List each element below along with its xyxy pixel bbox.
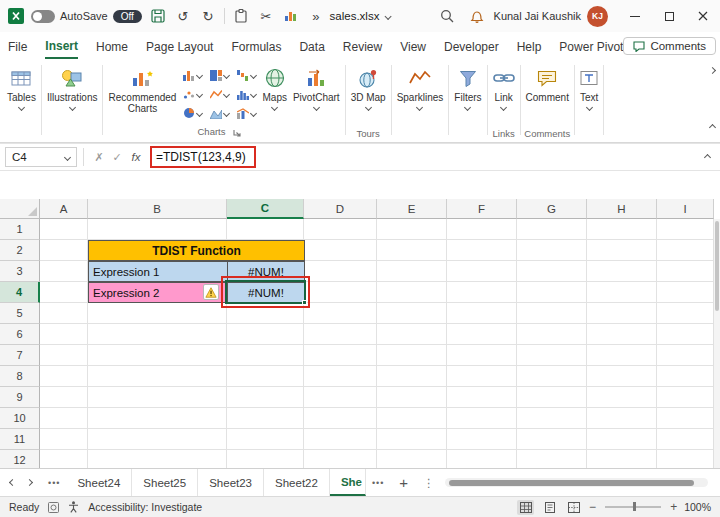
cell-A5[interactable] xyxy=(40,303,88,324)
workbook-title[interactable]: sales.xlsx xyxy=(330,10,391,22)
collapse-ribbon-icon[interactable] xyxy=(709,124,716,131)
enter-icon[interactable]: ✓ xyxy=(108,151,126,164)
cell-H3[interactable] xyxy=(587,261,657,282)
cell-F4[interactable] xyxy=(447,282,517,303)
search-icon[interactable] xyxy=(432,9,462,23)
cell-H12[interactable] xyxy=(587,450,657,468)
cell-G1[interactable] xyxy=(517,219,587,240)
cell-D1[interactable] xyxy=(304,219,377,240)
insert-function-icon[interactable]: fx xyxy=(126,151,146,163)
cell-G11[interactable] xyxy=(517,429,587,450)
cell-G9[interactable] xyxy=(517,387,587,408)
cell-C8[interactable] xyxy=(227,366,304,387)
cell-D5[interactable] xyxy=(304,303,377,324)
accessibility-status[interactable]: Accessibility: Investigate xyxy=(88,501,202,513)
cancel-icon[interactable]: ✗ xyxy=(90,151,108,164)
cell-F12[interactable] xyxy=(447,450,517,468)
cell-A11[interactable] xyxy=(40,429,88,450)
menu-tab-file[interactable]: File xyxy=(8,35,27,58)
comments-button[interactable]: Comments xyxy=(623,37,716,55)
redo-icon[interactable]: ↻ xyxy=(199,6,217,26)
user-avatar[interactable]: KJ xyxy=(587,6,608,27)
illustrations-button[interactable]: Illustrations xyxy=(44,62,101,110)
cell-B9[interactable] xyxy=(88,387,227,408)
cell-H8[interactable] xyxy=(587,366,657,387)
row-header-3[interactable]: 3 xyxy=(0,261,40,282)
cell-I11[interactable] xyxy=(657,429,714,450)
cell-G10[interactable] xyxy=(517,408,587,429)
clipboard-icon[interactable] xyxy=(232,6,250,26)
cell-E3[interactable] xyxy=(377,261,447,282)
sheet-tab-sheet22[interactable]: Sheet22 xyxy=(264,469,330,496)
cell-G2[interactable] xyxy=(517,240,587,261)
zoom-level[interactable]: 100% xyxy=(684,501,711,513)
cell-A2[interactable] xyxy=(40,240,88,261)
column-header-D[interactable]: D xyxy=(304,199,377,219)
select-all-button[interactable] xyxy=(0,199,40,219)
cell-D3[interactable] xyxy=(304,261,377,282)
user-name[interactable]: Kunal Jai Kaushik xyxy=(494,10,581,22)
autosave-toggle[interactable]: AutoSave Off xyxy=(31,10,142,23)
chart-icon[interactable] xyxy=(282,6,300,26)
ribbon-scroll-right-icon[interactable] xyxy=(709,67,716,74)
menu-tab-developer[interactable]: Developer xyxy=(444,35,499,58)
new-sheet-button[interactable]: + xyxy=(390,469,417,496)
cell-B7[interactable] xyxy=(88,345,227,366)
formula-bar-collapse-icon[interactable] xyxy=(694,155,720,160)
cell-F7[interactable] xyxy=(447,345,517,366)
zoom-in-icon[interactable]: + xyxy=(670,501,677,513)
cell-C5[interactable] xyxy=(227,303,304,324)
cell-G7[interactable] xyxy=(517,345,587,366)
cell-C6[interactable] xyxy=(227,324,304,345)
cell-B10[interactable] xyxy=(88,408,227,429)
page-layout-view-icon[interactable] xyxy=(541,500,558,515)
sheet-tab-sheet24[interactable]: Sheet24 xyxy=(66,469,132,496)
cell-D9[interactable] xyxy=(304,387,377,408)
comment-button[interactable]: Comment xyxy=(523,62,572,103)
row-header-11[interactable]: 11 xyxy=(0,429,40,450)
cell-G5[interactable] xyxy=(517,303,587,324)
cell-I4[interactable] xyxy=(657,282,714,303)
formula-input[interactable]: =TDIST(123,4,9) xyxy=(146,144,694,170)
cell-title-merged[interactable]: TDIST Function xyxy=(88,240,305,261)
sheet-tab-sheet25[interactable]: Sheet25 xyxy=(132,469,198,496)
cell-A6[interactable] xyxy=(40,324,88,345)
column-header-E[interactable]: E xyxy=(377,199,447,219)
record-macro-icon[interactable] xyxy=(48,502,59,513)
cell-E10[interactable] xyxy=(377,408,447,429)
cell-F8[interactable] xyxy=(447,366,517,387)
charts-dialog-launcher-icon[interactable] xyxy=(233,129,241,137)
cell-C7[interactable] xyxy=(227,345,304,366)
cell-I1[interactable] xyxy=(657,219,714,240)
row-header-6[interactable]: 6 xyxy=(0,324,40,345)
insert-surface-chart-button[interactable] xyxy=(206,104,232,122)
cell-F3[interactable] xyxy=(447,261,517,282)
insert-line-chart-button[interactable] xyxy=(206,85,232,103)
horizontal-scrollbar-thumb[interactable] xyxy=(449,480,694,486)
insert-scatter-chart-button[interactable] xyxy=(179,85,205,103)
cell-A3[interactable] xyxy=(40,261,88,282)
cell-D12[interactable] xyxy=(304,450,377,468)
menu-tab-insert[interactable]: Insert xyxy=(45,34,78,59)
insert-column-chart-button[interactable] xyxy=(179,66,205,84)
cell-F10[interactable] xyxy=(447,408,517,429)
cell-C12[interactable] xyxy=(227,450,304,468)
menu-tab-power-pivot[interactable]: Power Pivot xyxy=(559,35,623,58)
insert-pie-chart-button[interactable] xyxy=(179,104,205,122)
cell-D7[interactable] xyxy=(304,345,377,366)
vertical-scrollbar[interactable] xyxy=(713,219,720,468)
cell-A12[interactable] xyxy=(40,450,88,468)
cell-G8[interactable] xyxy=(517,366,587,387)
row-header-4[interactable]: 4 xyxy=(0,282,40,303)
pivotchart-button[interactable]: PivotChart xyxy=(290,62,343,110)
cell-B1[interactable] xyxy=(88,219,227,240)
zoom-slider-thumb[interactable] xyxy=(633,502,636,511)
undo-icon[interactable]: ↺ xyxy=(174,6,192,26)
row-header-8[interactable]: 8 xyxy=(0,366,40,387)
cell-F5[interactable] xyxy=(447,303,517,324)
cell-G4[interactable] xyxy=(517,282,587,303)
sheet-tab-sheet23[interactable]: Sheet23 xyxy=(198,469,264,496)
cell-I5[interactable] xyxy=(657,303,714,324)
column-header-B[interactable]: B xyxy=(88,199,227,219)
sheet-nav-left-icon[interactable] xyxy=(9,479,16,486)
